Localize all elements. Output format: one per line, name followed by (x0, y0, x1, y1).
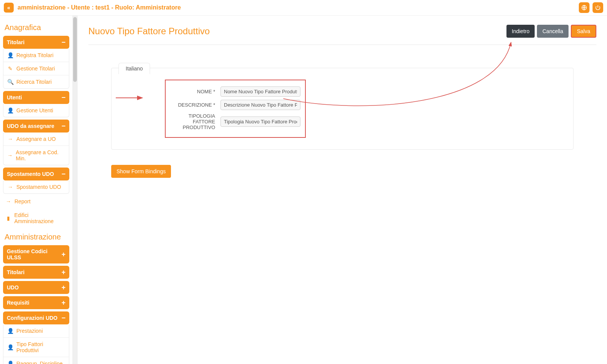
nome-label: NOME * (170, 89, 215, 94)
cancel-button[interactable]: Cancella (537, 25, 568, 38)
minus-icon: − (61, 123, 65, 129)
minus-icon: − (61, 171, 65, 177)
sidebar-item-prestazioni[interactable]: 👤 Prestazioni (3, 324, 69, 337)
sidebar-item-ricerca-titolari[interactable]: 🔍 Ricerca Titolari (3, 75, 69, 88)
sidebar-item-spostamento-udo[interactable]: → Spostamento UDO (3, 180, 69, 193)
accordion-config-udo[interactable]: Configurazioni UDO − (3, 311, 69, 324)
accordion-udo[interactable]: UDO + (3, 281, 69, 294)
user-icon: 👤 (7, 361, 13, 364)
power-icon[interactable] (593, 2, 603, 13)
app-title: amministrazione - Utente : test1 - Ruolo… (18, 4, 181, 11)
minus-icon: − (61, 39, 65, 46)
sidebar-collapse-button[interactable]: « (4, 3, 14, 13)
accordion-titolari2[interactable]: Titolari + (3, 266, 69, 279)
save-button[interactable]: Salva (571, 25, 596, 38)
sidebar-item-assegnare-codmin[interactable]: → Assegnare a Cod. Min. (3, 145, 69, 165)
user-plus-icon: 👤 (7, 52, 13, 58)
arrow-right-icon: → (7, 184, 13, 190)
page-title: Nuovo Tipo Fattore Produttivo (88, 26, 210, 37)
plus-icon: + (61, 299, 65, 306)
sidebar-item-raggrup-discipline[interactable]: 👤 Raggrup. Discipline (3, 357, 69, 364)
sidebar-item-gestione-titolari[interactable]: ✎ Gestione Titolari (3, 62, 69, 75)
tab-italiano[interactable]: Italiano (118, 63, 150, 74)
accordion-requisiti[interactable]: Requisiti + (3, 296, 69, 309)
user-icon: 👤 (7, 344, 13, 350)
arrow-right-icon: → (7, 136, 13, 142)
minus-icon: − (61, 315, 65, 321)
sidebar-item-assegnare-uo[interactable]: → Assegnare a UO (3, 133, 69, 145)
minus-icon: − (61, 94, 65, 101)
back-button[interactable]: Indietro (506, 25, 535, 38)
building-icon: ▮ (5, 215, 11, 221)
sidebar: Anagrafica Titolari − 👤 Registra Titolar… (0, 16, 72, 364)
plus-icon: + (61, 251, 65, 258)
sidebar-item-tipo-fattori[interactable]: 👤 Tipo Fattori Produttivi (3, 337, 69, 357)
globe-icon[interactable] (579, 2, 589, 13)
user-icon: 👤 (7, 107, 13, 113)
sidebar-scrollbar[interactable] (72, 16, 78, 364)
section-anagrafica: Anagrafica (5, 23, 69, 32)
form-card: Italiano NOME * DESCRIZIONE * TIPOLOGIA … (111, 68, 573, 150)
user-icon: 👤 (7, 328, 13, 334)
descrizione-label: DESCRIZIONE * (170, 102, 215, 108)
scrollbar-thumb[interactable] (73, 17, 77, 82)
nome-input[interactable] (220, 86, 300, 97)
sidebar-item-registra-titolari[interactable]: 👤 Registra Titolari (3, 49, 69, 62)
plus-icon: + (61, 269, 65, 276)
main-content: Nuovo Tipo Fattore Produttivo Indietro C… (78, 16, 607, 364)
accordion-utenti[interactable]: Utenti − (3, 91, 69, 104)
form-fields-box: NOME * DESCRIZIONE * TIPOLOGIA FATTORE P… (165, 80, 306, 138)
plus-icon: + (61, 284, 65, 291)
section-amministrazione: Amministrazione (5, 233, 69, 241)
sidebar-item-report[interactable]: → Report (3, 195, 69, 208)
show-form-bindings-button[interactable]: Show Form Bindings (111, 165, 171, 178)
search-icon: 🔍 (7, 79, 13, 85)
sidebar-item-edifici[interactable]: ▮ Edifici Amministrazione (3, 208, 69, 228)
accordion-udo-assegnare[interactable]: UDO da assegnare − (3, 120, 69, 133)
accordion-gestione-codici[interactable]: Gestione Codici ULSS + (3, 245, 69, 263)
sidebar-item-gestione-utenti[interactable]: 👤 Gestione Utenti (3, 104, 69, 117)
tipologia-input[interactable] (220, 117, 300, 127)
arrow-right-icon: → (7, 152, 13, 158)
tipologia-label: TIPOLOGIA FATTORE PRODUTTIVO (170, 113, 215, 130)
accordion-titolari[interactable]: Titolari − (3, 36, 69, 49)
topbar: « amministrazione - Utente : test1 - Ruo… (0, 0, 607, 16)
accordion-spostamento-udo[interactable]: Spostamento UDO − (3, 168, 69, 180)
edit-icon: ✎ (7, 65, 13, 72)
arrow-right-icon: → (5, 198, 11, 204)
descrizione-input[interactable] (220, 100, 300, 110)
